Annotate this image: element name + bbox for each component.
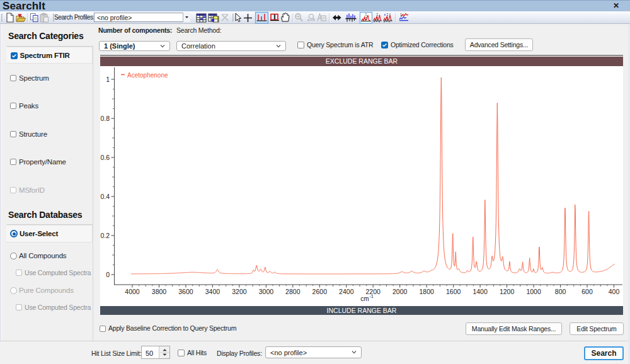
svg-text:2800: 2800 xyxy=(285,288,301,295)
svg-text:3600: 3600 xyxy=(178,288,193,295)
svg-text:1: 1 xyxy=(106,76,110,83)
svg-text:3800: 3800 xyxy=(152,288,167,295)
svg-text:3200: 3200 xyxy=(232,288,247,295)
svg-text:1200: 1200 xyxy=(500,288,515,295)
svg-text:2600: 2600 xyxy=(312,288,328,295)
svg-text:3400: 3400 xyxy=(205,288,220,295)
svg-text:0.4: 0.4 xyxy=(100,193,110,200)
svg-text:0.6: 0.6 xyxy=(100,154,110,161)
svg-text:0.2: 0.2 xyxy=(100,232,110,239)
svg-text:0.8: 0.8 xyxy=(100,115,110,122)
svg-text:1000: 1000 xyxy=(526,288,541,295)
svg-text:400: 400 xyxy=(609,288,620,295)
svg-text:-1: -1 xyxy=(369,293,374,299)
svg-text:600: 600 xyxy=(581,288,593,295)
svg-text:800: 800 xyxy=(555,288,566,295)
svg-text:1400: 1400 xyxy=(472,288,488,295)
svg-text:4000: 4000 xyxy=(125,288,140,295)
svg-text:3000: 3000 xyxy=(259,288,274,295)
svg-text:cm: cm xyxy=(360,295,369,302)
svg-text:0: 0 xyxy=(106,271,110,278)
svg-text:1800: 1800 xyxy=(420,288,435,295)
svg-text:1600: 1600 xyxy=(446,288,461,295)
svg-text:2000: 2000 xyxy=(392,288,408,295)
svg-text:2400: 2400 xyxy=(339,288,354,295)
svg-text:Acetophenone: Acetophenone xyxy=(127,72,168,79)
